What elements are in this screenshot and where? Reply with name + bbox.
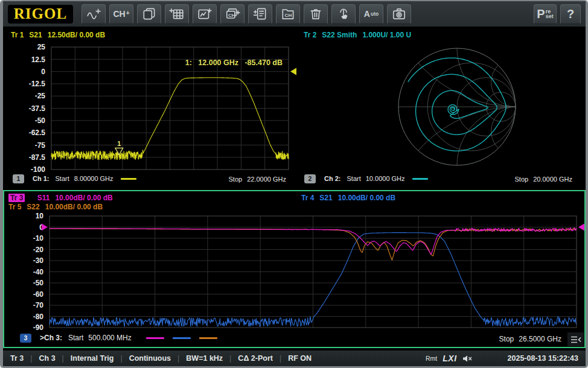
ref-level-marker-right[interactable]	[578, 224, 584, 231]
trace1-color-key	[121, 178, 136, 180]
save-channel-button[interactable]: CH	[276, 4, 300, 24]
trace4-meas: S21	[319, 194, 332, 202]
svg-text:CH: CH	[285, 13, 292, 18]
add-channel-button-label: CH	[113, 10, 125, 18]
channel1-name: Ch 1:	[33, 175, 50, 182]
channel2-stop[interactable]: Stop20.0000 GHz	[515, 176, 572, 183]
y-axis-label: 12.5	[31, 56, 46, 64]
preset-button[interactable]: P reset	[534, 4, 557, 24]
status-item-ch-3[interactable]: Ch 3	[39, 354, 56, 363]
trace4-label: Tr 4	[301, 194, 314, 202]
auto-button-label: A	[364, 10, 370, 18]
channel2-panel: Tr 2S22 Smith1.000U/ 1.00 U 2 Ch 2: Star…	[297, 27, 586, 190]
status-item-tr-3[interactable]: Tr 3	[10, 354, 24, 363]
channel1-panel: Tr 1S2112.50dB/ 0.00 dB 2512.50-12.5-25-…	[3, 27, 297, 190]
meas-setup-button[interactable]	[248, 4, 272, 24]
trace3-label: Tr 3	[8, 194, 25, 202]
channel2-start-value[interactable]: 10.0000 GHz	[366, 175, 405, 182]
trace2-scale: 1.000U/ 1.00 U	[362, 31, 411, 39]
channel1-start-value[interactable]: 8.00000 GHz	[74, 175, 113, 182]
datetime[interactable]: 2025-08-13 15:22:43	[508, 354, 578, 363]
channel2-smith-chart[interactable]	[395, 45, 519, 168]
trace1-header[interactable]: Tr 1S2112.50dB/ 0.00 dB	[11, 31, 110, 39]
trace5-color-key	[199, 337, 217, 339]
channel3-panel: Tr 3 S1110.00dB/ 0.00 dB Tr 5S2210.00dB/…	[3, 190, 586, 348]
y-axis-label: -75	[35, 141, 46, 150]
trace4-header[interactable]: Tr 4S2110.00dB/ 0.00 dB	[301, 194, 401, 202]
channel1-stop[interactable]: Stop22.0000 GHz	[229, 176, 286, 183]
channel3-stop[interactable]: Stop26.5000 GHz	[499, 335, 561, 343]
y-axis-label: -40	[33, 268, 44, 276]
status-item-continuous[interactable]: Continuous	[129, 354, 171, 363]
y-axis-label: -50	[35, 116, 46, 125]
toolbar-buttons: CH+CHCHAuto	[81, 4, 411, 24]
trace5-header[interactable]: Tr 5S2210.00dB/ 0.00 dB	[8, 203, 108, 211]
preset-label: P	[537, 8, 545, 20]
add-trace-window-button[interactable]	[193, 4, 217, 24]
doc-plusminus-icon	[252, 7, 268, 21]
status-separator: |	[280, 354, 281, 363]
screen-content: RIGOL CH+CHCHAuto P reset ? Tr 1S2112.50…	[3, 1, 586, 366]
menu-expand-button[interactable]	[567, 332, 584, 346]
help-icon: ?	[567, 7, 574, 21]
trace5-label: Tr 5	[8, 203, 21, 211]
touch-button[interactable]	[331, 4, 356, 24]
trace2-color-key	[412, 178, 428, 180]
status-separator: |	[229, 354, 231, 363]
y-axis-label: -10	[33, 234, 44, 243]
status-item-internal-trig[interactable]: Internal Trig	[71, 354, 114, 363]
channel2-footer: 2 Ch 2: Start 10.0000 GHz	[304, 173, 433, 184]
channel2-name: Ch 2:	[324, 175, 341, 182]
status-remote-cluster: Rmt LXI	[426, 354, 473, 363]
trace4-scale: 10.00dB/ 0.00 dB	[338, 194, 395, 202]
channel-table-button[interactable]	[165, 4, 189, 24]
delete-button[interactable]	[304, 4, 328, 24]
channel3-name: >Ch 3:	[40, 334, 62, 342]
channel2-start-label: Start	[347, 175, 361, 182]
trace5-scale: 10.00dB/ 0.00 dB	[45, 203, 103, 211]
channel2-badge[interactable]: 2	[304, 174, 316, 183]
y-axis-label: -60	[33, 290, 44, 299]
channel1-footer: 1 Ch 1: Start 8.00000 GHz	[13, 173, 142, 184]
y-axis-label: -37.5	[29, 104, 46, 113]
trace1-meas: S21	[29, 31, 42, 39]
status-items: Tr 3|Ch 3|Internal Trig|Continuous|BW=1 …	[3, 354, 312, 363]
trace3-color-key	[146, 337, 164, 339]
help-button[interactable]: ?	[560, 4, 581, 24]
screenshot-button[interactable]	[387, 4, 411, 24]
y-axis-label: -30	[33, 256, 44, 265]
lxi-indicator[interactable]: LXI	[443, 354, 456, 363]
add-channel-button[interactable]: CH+	[109, 4, 133, 24]
chart-plus-icon	[197, 7, 213, 21]
y-axis-label: -20	[33, 246, 44, 254]
camera-icon	[391, 7, 407, 21]
trace5-meas: S22	[27, 203, 39, 211]
status-item-c-2-port[interactable]: CΔ 2-Port	[238, 354, 273, 363]
channel1-badge[interactable]: 1	[13, 174, 24, 183]
y-axis-label: -12.5	[29, 80, 46, 88]
channel3-badge[interactable]: 3	[20, 334, 31, 343]
y-axis-label: -62.5	[29, 128, 46, 137]
trace2-label: Tr 2	[304, 31, 316, 39]
status-separator: |	[30, 354, 32, 363]
add-trace-button[interactable]	[81, 4, 106, 24]
trace2-header[interactable]: Tr 2S22 Smith1.000U/ 1.00 U	[304, 31, 417, 39]
channel3-plot[interactable]: 100-10-20-30-40-50-60-70-80-90	[12, 211, 586, 332]
channel3-start-value[interactable]: 500.000 MHz	[88, 334, 131, 342]
auto-button[interactable]: Auto	[359, 4, 383, 24]
y-axis-label: 10	[36, 212, 44, 220]
waveform-plus-icon	[86, 7, 101, 21]
trace3-header[interactable]: Tr 3 S1110.00dB/ 0.00 dB	[8, 194, 118, 202]
speaker-muted-icon[interactable]	[462, 355, 473, 363]
status-separator: |	[120, 354, 122, 363]
status-item-bw-1-khz[interactable]: BW=1 kHz	[186, 354, 223, 363]
ref-level-marker-left[interactable]	[42, 224, 48, 231]
add-channel-window-button[interactable]: CH	[220, 4, 244, 24]
channel1-plot[interactable]: 2512.50-12.5-25-37.5-50-62.5-75-87.5-100…	[14, 42, 297, 174]
trace2-meas: S22 Smith	[322, 31, 357, 39]
window-layout-button[interactable]	[137, 4, 161, 24]
status-item-rf-on[interactable]: RF ON	[288, 354, 312, 363]
main-toolbar: RIGOL CH+CHCHAuto P reset ?	[3, 1, 586, 27]
marker-readout: 1: 12.000 GHz -85.470 dB	[185, 59, 283, 67]
ref-level-marker-right[interactable]	[290, 68, 296, 75]
